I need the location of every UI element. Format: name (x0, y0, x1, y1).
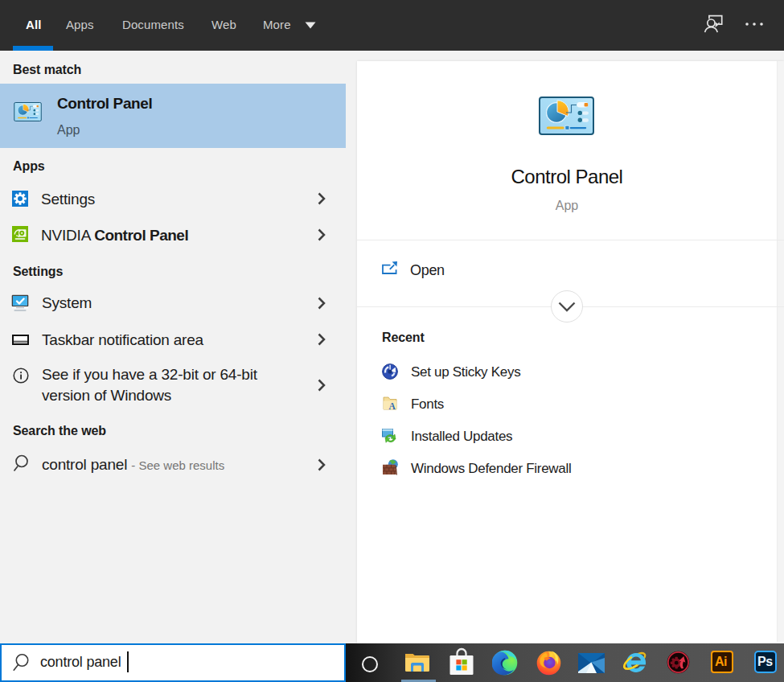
svg-text:A: A (389, 401, 396, 411)
